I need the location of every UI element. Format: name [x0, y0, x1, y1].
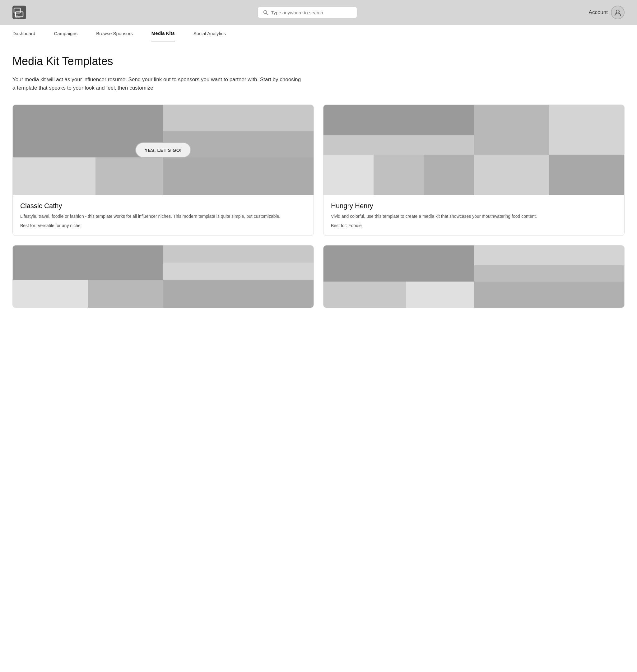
sidebar-item-campaigns[interactable]: Campaigns: [54, 26, 77, 41]
mosaic-block: [13, 158, 95, 195]
mosaic-block: [374, 155, 424, 195]
svg-text:exposure: exposure: [15, 17, 20, 18]
cta-overlay: YES, LET'S GO!: [135, 143, 191, 158]
mosaic-block: [324, 135, 474, 155]
mosaic-block: [424, 155, 474, 195]
template-best-for: Best for: Foodie: [331, 223, 617, 228]
mosaic-block: [13, 246, 163, 280]
search-input[interactable]: [271, 10, 352, 15]
mosaic-block: [163, 280, 314, 308]
page-description: Your media kit will act as your influenc…: [13, 75, 305, 92]
template-info-classic-cathy: Classic Cathy Lifestyle, travel, foodie …: [13, 195, 313, 236]
search-bar[interactable]: [257, 7, 357, 18]
mosaic-block: [324, 155, 474, 195]
account-area[interactable]: Account: [589, 5, 624, 19]
mosaic-block: [324, 105, 474, 155]
template-name: Hungry Henry: [331, 202, 617, 210]
main-nav: Dashboard Campaigns Browse Sponsors Medi…: [0, 25, 637, 42]
mosaic-block: [324, 281, 406, 308]
mosaic-block: [474, 155, 549, 195]
template-card-classic-cathy[interactable]: YES, LET'S GO! Classic Cathy Lifestyle, …: [13, 105, 314, 236]
mosaic-block: [88, 280, 163, 308]
mosaic-block: [474, 155, 624, 195]
sidebar-item-media-kits[interactable]: Media Kits: [151, 25, 175, 41]
mosaic-block: [474, 266, 624, 281]
mosaic-block: [95, 158, 163, 195]
mosaic-block: [324, 246, 474, 281]
template-description: Lifestyle, travel, foodie or fashion - t…: [20, 213, 306, 220]
main-content: Media Kit Templates Your media kit will …: [0, 42, 637, 672]
mosaic-hungry-henry: [324, 105, 624, 195]
logo-area[interactable]: paid exposure: [13, 5, 26, 19]
mosaic-block: [406, 281, 474, 308]
mosaic-block: [549, 155, 624, 195]
mosaic-block: [163, 246, 314, 280]
account-avatar-icon: [611, 5, 624, 19]
svg-point-7: [616, 10, 619, 13]
template-info-hungry-henry: Hungry Henry Vivid and colorful, use thi…: [324, 195, 624, 236]
template-name: Classic Cathy: [20, 202, 306, 210]
mosaic-4: [324, 246, 624, 308]
mosaic-block: [474, 105, 624, 155]
template-card-4[interactable]: [323, 245, 624, 308]
mosaic-block: [163, 158, 314, 195]
mosaic-3: [13, 246, 313, 308]
mosaic-block: [474, 281, 624, 308]
mosaic-block: [163, 246, 314, 262]
template-preview-hungry-henry: [324, 105, 624, 195]
mosaic-block: [324, 281, 474, 308]
template-preview-4: [324, 246, 624, 308]
sidebar-item-browse-sponsors[interactable]: Browse Sponsors: [96, 26, 133, 41]
template-grid: YES, LET'S GO! Classic Cathy Lifestyle, …: [13, 105, 624, 308]
sidebar-item-dashboard[interactable]: Dashboard: [13, 26, 35, 41]
mosaic-block: [13, 158, 163, 195]
mosaic-block: [13, 280, 88, 308]
sidebar-item-social-analytics[interactable]: Social Analytics: [194, 26, 226, 41]
logo-icon: paid exposure: [13, 5, 26, 19]
search-icon: [263, 10, 269, 15]
template-card-3[interactable]: [13, 245, 314, 308]
template-best-for: Best for: Versatile for any niche: [20, 223, 306, 228]
template-description: Vivid and colorful, use this template to…: [331, 213, 617, 220]
template-preview-3: [13, 246, 313, 308]
mosaic-block: [163, 262, 314, 280]
account-label: Account: [589, 9, 608, 16]
svg-line-6: [267, 13, 268, 14]
mosaic-block: [474, 105, 549, 155]
template-preview-classic-cathy: YES, LET'S GO!: [13, 105, 313, 195]
mosaic-block: [549, 105, 624, 155]
yes-lets-go-button[interactable]: YES, LET'S GO!: [135, 143, 191, 158]
mosaic-block: [324, 105, 474, 135]
page-title: Media Kit Templates: [13, 55, 624, 68]
template-card-hungry-henry[interactable]: Hungry Henry Vivid and colorful, use thi…: [323, 105, 624, 236]
mosaic-block: [324, 155, 374, 195]
mosaic-block: [474, 246, 624, 266]
header: paid exposure Account: [0, 0, 637, 25]
mosaic-block: [163, 105, 314, 131]
mosaic-block: [474, 246, 624, 281]
mosaic-block: [13, 280, 163, 308]
svg-text:paid: paid: [15, 15, 18, 17]
